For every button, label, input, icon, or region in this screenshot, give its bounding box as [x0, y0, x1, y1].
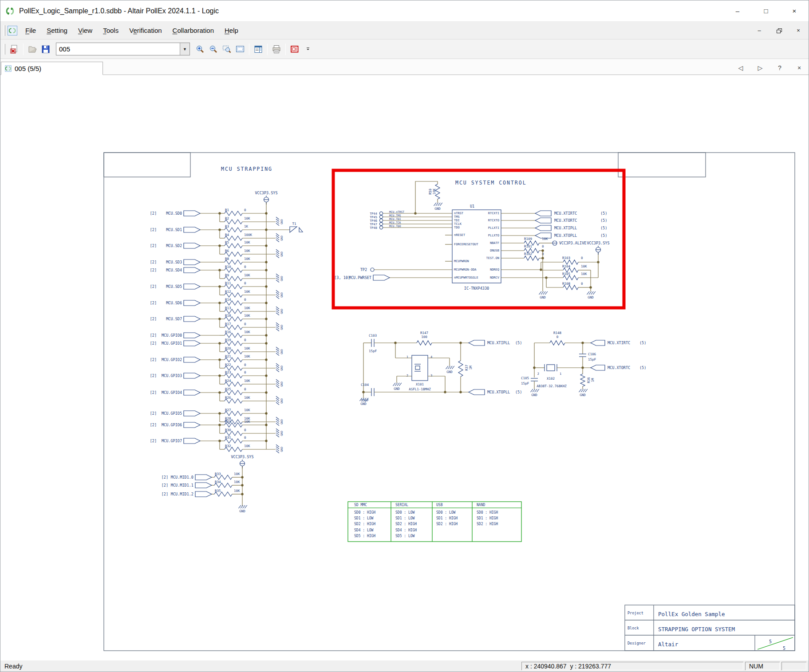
page-selector[interactable]: ▼ — [56, 43, 190, 55]
svg-text:SD0 : LOW: SD0 : LOW — [395, 511, 415, 515]
overflow-button[interactable] — [301, 43, 315, 56]
schematic-viewport[interactable]: MCU STRAPPINGVCC3P3.SYS[2]MCU.SD0R10GNDR… — [0, 75, 809, 661]
zoom-out-button[interactable] — [207, 43, 220, 56]
zoom-in-button[interactable] — [193, 43, 207, 56]
svg-text:MCU.XTIPLL: MCU.XTIPLL — [487, 341, 510, 345]
menubar-grip — [4, 25, 5, 36]
maximize-button[interactable]: □ — [752, 0, 780, 21]
svg-text:(5): (5) — [600, 233, 607, 238]
svg-text:[3, 10]: [3, 10] — [334, 275, 350, 280]
toolbar-separator — [285, 43, 286, 55]
mdi-close-button[interactable]: × — [794, 27, 802, 35]
svg-text:100: 100 — [421, 335, 427, 339]
svg-text:[2]: [2] — [150, 411, 157, 416]
title-bar: PollEx_Logic_Sample_r1.0.sdbb - Altair P… — [0, 0, 809, 22]
svg-text:nTRST: nTRST — [454, 212, 464, 215]
svg-text:GND: GND — [239, 509, 245, 513]
design-navigator-button[interactable] — [252, 43, 265, 56]
svg-text:VCC3P3.SYS: VCC3P3.SYS — [587, 241, 609, 245]
print-button[interactable] — [270, 43, 283, 56]
svg-text:R26: R26 — [225, 396, 231, 400]
strapping-row: [2]MCU.SD4R100GNDR910K — [150, 265, 283, 283]
svg-text:TP45: TP45 — [370, 216, 377, 219]
svg-text:GND: GND — [434, 207, 441, 211]
svg-text:MCU.TCK: MCU.TCK — [389, 221, 401, 224]
zoom-fit-icon — [235, 44, 245, 54]
menu-view[interactable]: View — [73, 24, 98, 36]
prev-page-button[interactable]: ◁ — [738, 64, 744, 71]
menu-collarboration[interactable]: Collarboration — [167, 24, 219, 36]
svg-text:SD1 : HIGH: SD1 : HIGH — [477, 516, 498, 520]
minimize-button[interactable]: – — [723, 0, 752, 21]
svg-text:C106: C106 — [588, 352, 596, 356]
strapping-row: [2]MCU.GPIO1R190GNDR2010K — [150, 338, 283, 356]
svg-text:(5): (5) — [600, 226, 607, 230]
schematic-canvas[interactable]: MCU STRAPPINGVCC3P3.SYS[2]MCU.SD0R10GNDR… — [0, 75, 809, 661]
svg-text:Project: Project — [627, 611, 643, 615]
svg-text:MCU.PWRSET: MCU.PWRSET — [349, 275, 371, 280]
svg-text:R25: R25 — [225, 387, 231, 391]
svg-text:[2]: [2] — [162, 492, 168, 496]
num-lock-indicator: NUM — [745, 662, 780, 670]
svg-text:1: 1 — [406, 355, 408, 359]
mid-strapping-section: VCC3P3.SYSGND[2]MCU.MID1.0R3310K[2]MCU.M… — [162, 455, 254, 513]
svg-text:MCU.nTRST: MCU.nTRST — [389, 210, 404, 213]
close-document-button[interactable] — [8, 43, 21, 56]
zoom-window-button[interactable] — [220, 43, 233, 56]
close-button[interactable]: × — [780, 0, 809, 21]
svg-text:MCU.SD7: MCU.SD7 — [166, 317, 182, 321]
menu-setting[interactable]: Setting — [41, 24, 73, 36]
svg-text:ASFL1-18MHZ: ASFL1-18MHZ — [409, 387, 431, 391]
svg-text:MCU.SD5: MCU.SD5 — [166, 284, 182, 289]
page-select-input[interactable] — [56, 43, 180, 55]
svg-text:0: 0 — [244, 208, 246, 212]
svg-text:1M: 1M — [469, 365, 473, 370]
svg-text:R103: R103 — [562, 256, 570, 260]
svg-text:GND: GND — [280, 276, 283, 281]
pll-crystal-section: C10315pFR147100MCU.XTIPLL(5)1423GNDGNDX1… — [360, 331, 522, 406]
svg-text:C104: C104 — [361, 383, 369, 387]
mdi-restore-button[interactable] — [775, 27, 783, 35]
menu-verification[interactable]: Verification — [124, 24, 167, 36]
tab-controls: ◁▷?× — [738, 64, 802, 71]
save-button[interactable] — [39, 43, 52, 56]
svg-text:10K: 10K — [432, 189, 436, 195]
chevron-down-icon[interactable]: ▼ — [180, 43, 189, 55]
svg-text:MCU.GPIO6: MCU.GPIO6 — [162, 423, 182, 427]
svg-text:VCC3P3.ALIVE: VCC3P3.ALIVE — [559, 241, 586, 245]
help-button[interactable]: ? — [777, 64, 783, 71]
menu-tools[interactable]: Tools — [98, 24, 124, 36]
menu-file[interactable]: File — [20, 24, 41, 36]
zoom-fit-button[interactable] — [233, 43, 247, 56]
svg-text:MCU.XTORTC: MCU.XTORTC — [554, 218, 577, 223]
svg-text:MCU.XTIRTC: MCU.XTIRTC — [608, 341, 630, 345]
svg-text:SD1 : HIGH: SD1 : HIGH — [436, 516, 458, 520]
tab-sheet-005[interactable]: 005 (5/5) — [1, 62, 103, 75]
close-document-icon — [9, 44, 19, 54]
title-block: ProjectPollEx Golden SampleBlockSTRAPPIN… — [625, 605, 795, 651]
svg-text:0: 0 — [244, 338, 246, 342]
svg-text:[2]: [2] — [150, 301, 157, 305]
menu-help[interactable]: Help — [219, 24, 244, 36]
svg-text:R23: R23 — [225, 370, 231, 374]
mcu-strapping-section: MCU STRAPPINGVCC3P3.SYS[2]MCU.SD0R10GNDR… — [150, 166, 303, 453]
svg-text:[2]: [2] — [150, 358, 157, 362]
design-navigator-icon — [253, 44, 263, 54]
open-folder-button[interactable] — [26, 43, 39, 56]
svg-text:MCU.TDI: MCU.TDI — [389, 217, 401, 220]
strapping-option-table: SD MMCSD0 : HIGHSD1 : LOWSD2 : HIGHSD4 :… — [348, 502, 521, 542]
capture-icon — [290, 44, 300, 54]
svg-text:10K: 10K — [234, 472, 240, 476]
mdi-minimize-button[interactable]: – — [755, 27, 763, 35]
close-view-button[interactable]: × — [796, 64, 802, 71]
capture-button[interactable] — [288, 43, 301, 56]
svg-text:0: 0 — [244, 322, 246, 326]
next-page-button[interactable]: ▷ — [757, 64, 763, 71]
svg-text:SD0 : HIGH: SD0 : HIGH — [477, 511, 498, 515]
svg-text:R36: R36 — [587, 377, 591, 383]
svg-text:X101: X101 — [416, 382, 424, 386]
svg-text:R24: R24 — [225, 379, 231, 383]
svg-text:X102: X102 — [547, 377, 555, 381]
svg-text:MCU.GPIO3: MCU.GPIO3 — [162, 373, 182, 378]
svg-text:MCU.MID1.1: MCU.MID1.1 — [171, 483, 193, 487]
